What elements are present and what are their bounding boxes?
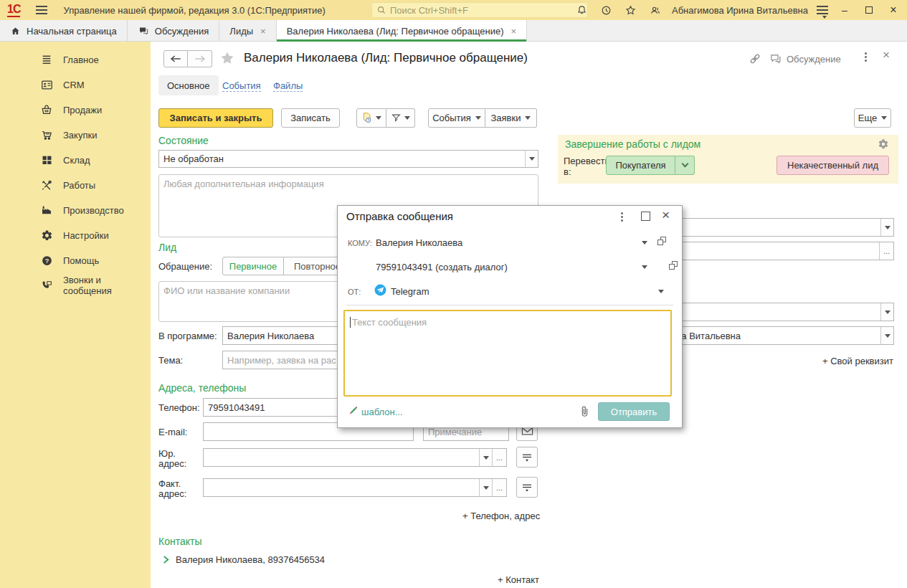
bad-lead-button[interactable]: Некачественный лид: [777, 156, 889, 175]
forward-button[interactable]: [188, 50, 212, 67]
sidebar-item-warehouse[interactable]: Склад: [0, 148, 151, 172]
minimize-button[interactable]: –: [837, 4, 853, 16]
create-based-on-button[interactable]: [356, 108, 386, 128]
choose-button[interactable]: ...: [492, 479, 506, 496]
message-textarea[interactable]: Текст сообщения: [343, 310, 672, 397]
dialog-channel-value[interactable]: 79591043491 (создать диалог): [376, 262, 508, 272]
field-value: [204, 479, 479, 496]
dropdown-button[interactable]: [880, 303, 893, 321]
global-search-input[interactable]: Поиск Ctrl+Shift+F: [371, 2, 588, 18]
chevron-down-icon: [404, 116, 410, 120]
appeal-toggle: Первичное Повторное: [222, 257, 351, 275]
open-recipient-icon[interactable]: [657, 237, 666, 245]
discussion-icon[interactable]: [769, 53, 782, 65]
sidebar-item-settings[interactable]: Настройки: [0, 223, 151, 247]
state-value: Не обработан: [159, 151, 525, 167]
choose-button[interactable]: ...: [879, 242, 893, 260]
users-icon[interactable]: [647, 2, 663, 18]
favorite-star-icon[interactable]: [219, 49, 236, 67]
chevron-down-icon: [376, 116, 381, 120]
tab-events[interactable]: События: [222, 80, 261, 92]
discussion-link[interactable]: Обсуждение: [787, 54, 841, 65]
toolbar-menu-group: События Заявки: [428, 108, 537, 128]
add-phone-address-link[interactable]: + Телефон, адрес: [462, 511, 540, 521]
tab-lead-card[interactable]: Валерия Николаева (Лид: Первичное обраще…: [277, 20, 527, 42]
template-link[interactable]: шаблон...: [361, 407, 403, 417]
events-menu-button[interactable]: События: [428, 108, 485, 128]
sidebar-item-label: Настройки: [63, 230, 109, 241]
save-and-close-button[interactable]: Записать и закрыть: [158, 108, 273, 128]
sidebar-item-calls-messages[interactable]: Звонки и сообщения: [0, 273, 151, 298]
current-user-name[interactable]: Абнагимова Ирина Витальевна: [672, 5, 808, 16]
tab-leads[interactable]: Лиды ×: [219, 20, 276, 42]
close-tab-icon[interactable]: ×: [260, 26, 266, 37]
sidebar-item-main[interactable]: Главное: [0, 47, 151, 72]
tab-main[interactable]: Основное: [158, 75, 219, 95]
to-value[interactable]: Валерия Николаева: [376, 237, 462, 248]
open-channel-icon[interactable]: [669, 261, 678, 270]
favorites-star-icon[interactable]: [623, 2, 639, 18]
tab-home[interactable]: Начальная страница: [0, 20, 128, 42]
notifications-bell-icon[interactable]: [574, 2, 590, 18]
contact-card-icon: [39, 77, 54, 92]
tab-discussions[interactable]: Обсуждения: [128, 20, 220, 42]
add-contact-link[interactable]: + Контакт: [498, 574, 539, 585]
legal-address-levels-button[interactable]: [516, 447, 538, 468]
service-menu-icon[interactable]: [817, 6, 828, 14]
chevron-down-icon: [881, 116, 887, 120]
dialog-maximize-icon[interactable]: [641, 212, 650, 221]
dialog-close-icon[interactable]: ×: [662, 207, 670, 223]
sidebar-item-works[interactable]: Работы: [0, 173, 151, 197]
state-select[interactable]: Не обработан: [158, 150, 538, 168]
requests-menu-button[interactable]: Заявки: [485, 108, 537, 128]
close-window-button[interactable]: ×: [885, 4, 901, 16]
from-dropdown-icon[interactable]: [658, 290, 664, 293]
back-button[interactable]: [163, 50, 188, 67]
channel-dropdown-icon[interactable]: [642, 265, 647, 269]
tab-label: Валерия Николаева (Лид: Первичное обраще…: [287, 26, 504, 37]
from-value[interactable]: Telegram: [391, 286, 429, 297]
page-menu-kebab-icon[interactable]: [865, 52, 867, 62]
dropdown-button[interactable]: [479, 479, 492, 496]
sidebar-item-label: Продажи: [63, 105, 102, 115]
close-tab-icon[interactable]: ×: [511, 26, 516, 37]
dropdown-button[interactable]: [880, 219, 893, 236]
more-button[interactable]: Еще: [854, 108, 891, 128]
transfer-to-buyer-button[interactable]: Покупателя: [606, 156, 675, 175]
history-icon[interactable]: [599, 2, 614, 18]
filter-button[interactable]: [386, 108, 415, 128]
main-menu-icon[interactable]: [36, 6, 47, 14]
sidebar-item-purchases[interactable]: Закупки: [0, 123, 151, 147]
gear-icon: [39, 228, 54, 242]
legal-address-label: Юр. адрес:: [158, 449, 200, 469]
appeal-primary-toggle[interactable]: Первичное: [222, 257, 284, 275]
dialog-menu-kebab-icon[interactable]: [621, 212, 623, 222]
contacts-section-heading: Контакты: [158, 536, 201, 547]
choose-button[interactable]: ...: [492, 449, 506, 466]
save-button[interactable]: Записать: [281, 108, 340, 128]
to-dropdown-icon[interactable]: [642, 241, 647, 245]
send-button[interactable]: Отправить: [598, 402, 670, 421]
actual-address-field[interactable]: ...: [203, 478, 507, 497]
legal-address-field[interactable]: ...: [203, 448, 507, 467]
sidebar-item-crm[interactable]: CRM: [0, 72, 151, 97]
tab-files[interactable]: Файлы: [273, 80, 303, 92]
contact-row[interactable]: Валерия Николаева, 89376456534: [176, 554, 325, 565]
finish-panel-heading: Завершение работы с лидом: [565, 138, 701, 150]
copy-link-icon[interactable]: [749, 52, 761, 65]
dropdown-button[interactable]: [479, 449, 492, 466]
close-page-icon[interactable]: ×: [883, 48, 890, 62]
attach-paperclip-icon[interactable]: [579, 404, 591, 418]
panel-gear-icon[interactable]: [878, 138, 889, 150]
maximize-button[interactable]: [861, 4, 877, 16]
state-dropdown-button[interactable]: [525, 151, 538, 167]
add-custom-attribute-link[interactable]: + Свой реквизит: [822, 356, 893, 366]
sidebar-item-production[interactable]: Производство: [0, 198, 151, 222]
expand-contact-chevron-icon[interactable]: [162, 555, 170, 564]
dropdown-button[interactable]: [880, 327, 893, 344]
sidebar-item-sales[interactable]: Продажи: [0, 98, 151, 122]
actual-address-levels-button[interactable]: [516, 477, 538, 498]
sidebar-item-help[interactable]: ? Помощь: [0, 248, 151, 272]
buyer-dropdown-button[interactable]: [675, 156, 695, 175]
page-title: Валерия Николаева (Лид: Первичное обраще…: [244, 51, 528, 65]
